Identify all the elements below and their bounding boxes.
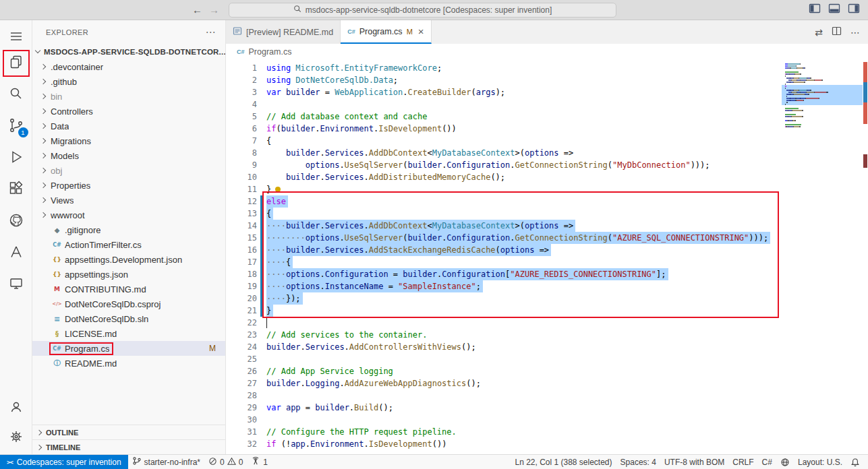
- breadcrumb[interactable]: C# Program.cs: [226, 44, 868, 60]
- tree-item-README.md[interactable]: ⓘREADME.md: [32, 356, 225, 371]
- code-line-16[interactable]: 16····builder.Services.AddStackExchangeR…: [226, 244, 782, 256]
- search-view-icon[interactable]: [0, 77, 32, 109]
- line-number[interactable]: 22: [226, 317, 257, 329]
- forward-button[interactable]: →: [209, 4, 219, 15]
- command-center-search[interactable]: msdocs-app-service-sqldb-dotnetcore [Cod…: [229, 3, 616, 18]
- tree-item-Properties[interactable]: Properties: [32, 178, 225, 193]
- code-line-9[interactable]: 9 options.UseSqlServer(builder.Configura…: [226, 159, 782, 171]
- code-line-6[interactable]: 6if(builder.Environment.IsDevelopment()): [226, 123, 782, 135]
- tree-item-Controllers[interactable]: Controllers: [32, 104, 225, 119]
- line-number[interactable]: 8: [226, 147, 257, 159]
- code-line-29[interactable]: 29var app = builder.Build();: [226, 402, 782, 414]
- overview-ruler[interactable]: [863, 60, 868, 454]
- cursor-position-indicator[interactable]: Ln 22, Col 1 (388 selected): [511, 458, 616, 467]
- ports-indicator[interactable]: 1: [247, 455, 272, 469]
- remote-explorer-view-icon[interactable]: [0, 268, 32, 299]
- code-line-12[interactable]: 12else: [226, 195, 782, 208]
- branch-indicator[interactable]: starter-no-infra*: [128, 455, 204, 469]
- code-line-5[interactable]: 5// Add database context and cache: [226, 111, 782, 123]
- line-number[interactable]: 20: [226, 292, 257, 305]
- line-number[interactable]: 28: [226, 389, 257, 402]
- code-line-22[interactable]: 22: [226, 317, 782, 329]
- line-number[interactable]: 10: [226, 171, 257, 183]
- more-actions-icon[interactable]: ⋯: [850, 27, 860, 38]
- code-line-20[interactable]: 20····});: [226, 292, 782, 305]
- globe-icon[interactable]: [776, 458, 794, 467]
- timeline-section[interactable]: TIMELINE: [32, 439, 225, 454]
- close-tab-icon[interactable]: ×: [418, 26, 424, 37]
- keyboard-layout-indicator[interactable]: Layout: U.S.: [794, 458, 846, 467]
- line-number[interactable]: 2: [226, 74, 257, 86]
- tree-item-appsettings.json[interactable]: {}appsettings.json: [32, 267, 225, 282]
- code-line-32[interactable]: 32if (!app.Environment.IsDevelopment()): [226, 438, 782, 450]
- line-number[interactable]: 17: [226, 256, 257, 268]
- code-line-4[interactable]: 4: [226, 98, 782, 111]
- code-line-14[interactable]: 14····builder.Services.AddDbContext<MyDa…: [226, 220, 782, 232]
- toggle-secondary-sidebar-icon[interactable]: [848, 3, 860, 17]
- accounts-icon[interactable]: [0, 392, 32, 422]
- tree-item-Data[interactable]: Data: [32, 119, 225, 133]
- code-line-11[interactable]: 11}: [226, 183, 782, 195]
- line-number[interactable]: 27: [226, 377, 257, 389]
- split-editor-icon[interactable]: [832, 26, 842, 38]
- run-debug-view-icon[interactable]: [0, 141, 32, 173]
- tree-item-.devcontainer[interactable]: .devcontainer: [32, 59, 225, 74]
- open-changes-icon[interactable]: ⇄: [815, 27, 823, 38]
- tab-program-cs[interactable]: C# Program.cs M ×: [341, 20, 431, 44]
- tree-item-.github[interactable]: .github: [32, 74, 225, 89]
- code-line-28[interactable]: 28: [226, 389, 782, 402]
- code-line-3[interactable]: 3var builder = WebApplication.CreateBuil…: [226, 86, 782, 98]
- code-line-7[interactable]: 7{: [226, 135, 782, 147]
- bell-icon[interactable]: [846, 458, 864, 467]
- encoding-indicator[interactable]: UTF-8 with BOM: [660, 458, 728, 467]
- source-control-view-icon[interactable]: 1: [0, 109, 32, 141]
- toggle-panel-icon[interactable]: [828, 3, 840, 17]
- line-number[interactable]: 12: [226, 195, 257, 208]
- line-number[interactable]: 6: [226, 123, 257, 135]
- line-number[interactable]: 3: [226, 86, 257, 98]
- line-number[interactable]: 4: [226, 98, 257, 111]
- line-number[interactable]: 15: [226, 232, 257, 244]
- code-line-13[interactable]: 13{: [226, 208, 782, 220]
- line-number[interactable]: 26: [226, 365, 257, 377]
- tree-root-item[interactable]: MSDOCS-APP-SERVICE-SQLDB-DOTNETCOR...: [32, 44, 225, 59]
- code-line-24[interactable]: 24builder.Services.AddControllersWithVie…: [226, 341, 782, 353]
- problems-indicator[interactable]: 0 0: [204, 455, 247, 469]
- github-view-icon[interactable]: [0, 204, 32, 236]
- tree-item-appsettings.Development.json[interactable]: {}appsettings.Development.json: [32, 252, 225, 267]
- code-line-18[interactable]: 18····options.Configuration = builder.Co…: [226, 268, 782, 280]
- line-number[interactable]: 32: [226, 438, 257, 450]
- tree-item-Views[interactable]: Views: [32, 193, 225, 208]
- tree-item-CONTRIBUTING.md[interactable]: MCONTRIBUTING.md: [32, 282, 225, 296]
- line-number[interactable]: 7: [226, 135, 257, 147]
- line-number[interactable]: 16: [226, 244, 257, 256]
- code-line-2[interactable]: 2using DotNetCoreSqlDb.Data;: [226, 74, 782, 86]
- line-number[interactable]: 5: [226, 111, 257, 123]
- code-line-25[interactable]: 25: [226, 353, 782, 365]
- line-number[interactable]: 24: [226, 341, 257, 353]
- line-number[interactable]: 13: [226, 208, 257, 220]
- code-line-21[interactable]: 21}: [226, 305, 782, 317]
- code-line-8[interactable]: 8 builder.Services.AddDbContext<MyDataba…: [226, 147, 782, 159]
- tree-item-Migrations[interactable]: Migrations: [32, 133, 225, 148]
- line-number[interactable]: 21: [226, 305, 257, 317]
- menu-button[interactable]: [0, 27, 32, 46]
- eol-indicator[interactable]: CRLF: [728, 458, 757, 467]
- remote-indicator[interactable]: >< Codespaces: super invention: [0, 455, 128, 469]
- tree-item-obj[interactable]: obj: [32, 163, 225, 178]
- code-line-30[interactable]: 30: [226, 414, 782, 426]
- tree-item-.gitignore[interactable]: ◆.gitignore: [32, 222, 225, 237]
- extensions-view-icon[interactable]: [0, 173, 32, 204]
- language-indicator[interactable]: C#: [758, 458, 776, 467]
- line-number[interactable]: 14: [226, 220, 257, 232]
- code-line-23[interactable]: 23// Add services to the container.: [226, 329, 782, 341]
- settings-gear-icon[interactable]: [0, 422, 32, 451]
- outline-section[interactable]: OUTLINE: [32, 425, 225, 439]
- tree-item-DotNetCoreSqlDb.csproj[interactable]: </>DotNetCoreSqlDb.csproj: [32, 296, 225, 311]
- minimap[interactable]: [782, 60, 863, 454]
- tree-item-ActionTimerFilter.cs[interactable]: C#ActionTimerFilter.cs: [32, 237, 225, 252]
- code-line-10[interactable]: 10 builder.Services.AddDistributedMemory…: [226, 171, 782, 183]
- code-line-27[interactable]: 27builder.Logging.AddAzureWebAppDiagnost…: [226, 377, 782, 389]
- code-line-31[interactable]: 31// Configure the HTTP request pipeline…: [226, 426, 782, 438]
- tab-readme-preview[interactable]: [Preview] README.md: [226, 20, 341, 44]
